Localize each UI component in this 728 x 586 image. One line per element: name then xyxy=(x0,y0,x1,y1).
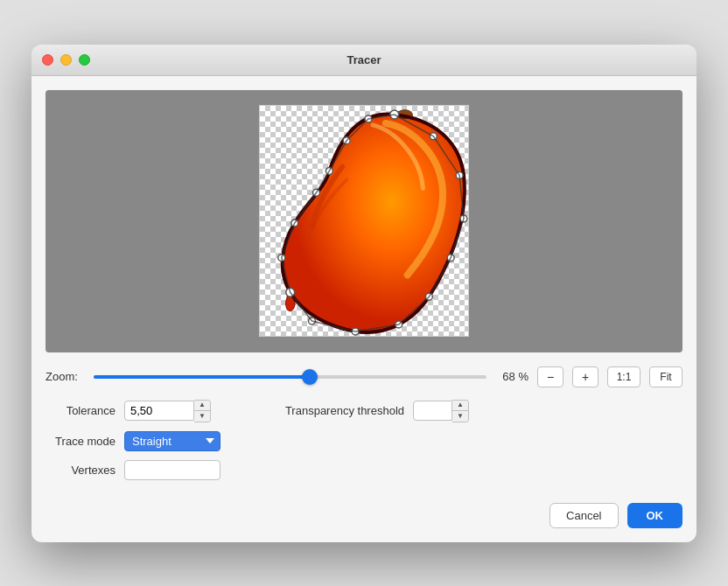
params-right: Transparency threshold 16 ▲ ▼ xyxy=(273,400,469,422)
window-content: Zoom: 68 % − + 1:1 Fit Tolerance xyxy=(32,76,696,542)
ok-button[interactable]: OK xyxy=(627,503,683,528)
close-button[interactable] xyxy=(42,54,53,66)
tolerance-spinner: ▲ ▼ xyxy=(194,400,211,422)
vertexes-input[interactable]: 17 xyxy=(124,460,220,480)
preview-area xyxy=(46,90,682,352)
zoom-plus-button[interactable]: + xyxy=(572,366,598,387)
trace-mode-label: Trace mode xyxy=(46,435,116,448)
canvas-container xyxy=(259,105,469,337)
params-section: Tolerance ▲ ▼ Trace mode Straight Curve xyxy=(46,400,682,480)
minimize-button[interactable] xyxy=(60,54,72,66)
footer-row: Cancel OK xyxy=(46,494,682,528)
vertexes-row: Vertexes 17 xyxy=(46,460,220,480)
transparency-input-wrap: 16 ▲ ▼ xyxy=(413,400,469,422)
zoom-slider-container[interactable] xyxy=(94,368,486,386)
zoom-1to1-button[interactable]: 1:1 xyxy=(607,366,640,387)
params-left: Tolerance ▲ ▼ Trace mode Straight Curve xyxy=(46,400,220,480)
titlebar: Tracer xyxy=(32,45,696,76)
zoom-label: Zoom: xyxy=(46,370,85,383)
tolerance-down-button[interactable]: ▼ xyxy=(194,411,210,422)
transparency-input[interactable]: 16 xyxy=(413,401,452,421)
trace-mode-row: Trace mode Straight Curved Polygon xyxy=(46,431,220,451)
trace-mode-select[interactable]: Straight Curved Polygon xyxy=(124,431,220,451)
zoom-percent: 68 % xyxy=(495,370,528,383)
tolerance-label: Tolerance xyxy=(46,404,116,417)
transparency-spinner: ▲ ▼ xyxy=(452,400,469,422)
traffic-lights xyxy=(42,54,90,66)
cancel-button[interactable]: Cancel xyxy=(550,503,618,528)
banana-image xyxy=(260,106,468,336)
zoom-row: Zoom: 68 % − + 1:1 Fit xyxy=(46,366,682,387)
zoom-fit-button[interactable]: Fit xyxy=(649,366,682,387)
tolerance-input-wrap: ▲ ▼ xyxy=(124,400,211,422)
tolerance-input[interactable] xyxy=(124,401,194,421)
zoom-track xyxy=(94,375,486,379)
tracer-dialog: Tracer xyxy=(32,45,696,542)
transparency-up-button[interactable]: ▲ xyxy=(452,401,468,411)
zoom-fill xyxy=(94,375,310,379)
maximize-button[interactable] xyxy=(79,54,90,66)
transparency-label: Transparency threshold xyxy=(273,404,404,417)
transparency-down-button[interactable]: ▼ xyxy=(452,411,468,422)
zoom-thumb[interactable] xyxy=(302,369,318,385)
tolerance-up-button[interactable]: ▲ xyxy=(194,401,210,411)
window-title: Tracer xyxy=(346,53,381,66)
transparency-row: Transparency threshold 16 ▲ ▼ xyxy=(273,400,469,422)
zoom-minus-button[interactable]: − xyxy=(537,366,564,387)
vertexes-label: Vertexes xyxy=(46,464,116,477)
tolerance-row: Tolerance ▲ ▼ xyxy=(46,400,220,422)
